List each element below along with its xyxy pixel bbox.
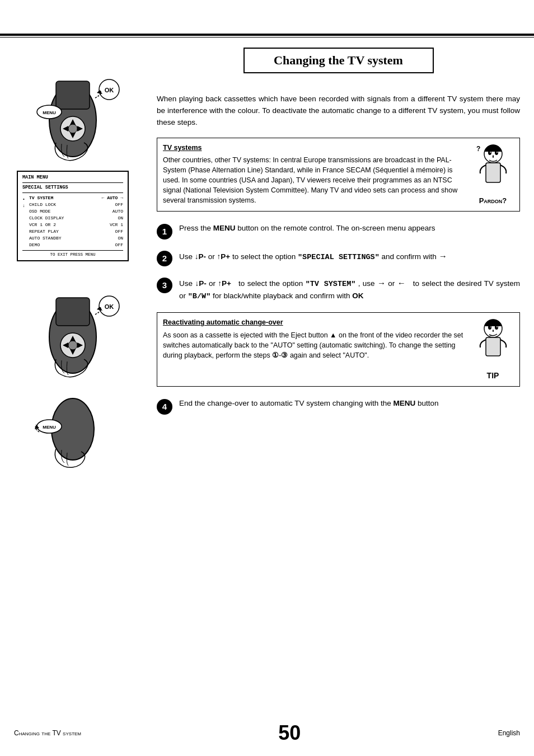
- remote-illustration-1: OK MENU: [22, 48, 123, 159]
- step-2-text: Use ↓P- or ↑P+ to select the option "SPE…: [179, 250, 520, 264]
- step-2-number: 2: [157, 251, 172, 266]
- tv-systems-text: Other countries, other TV systems: In ce…: [163, 155, 466, 206]
- svg-text:MENU: MENU: [43, 110, 56, 115]
- intro-paragraph: When playing back cassettes which have b…: [157, 93, 520, 129]
- menu-screen: MAIN MENU SPECIAL SETTINGS • ↓ TV SYSTEM…: [17, 171, 129, 261]
- tip-box: Reactivating automatic change-over As so…: [157, 312, 520, 386]
- tv-systems-box: TV systems Other countries, other TV sys…: [157, 138, 520, 212]
- step-3: 3 Use ↓P- or ↑P+ to select the option "T…: [157, 276, 520, 303]
- svg-rect-1: [56, 81, 90, 109]
- step-3-number: 3: [157, 278, 172, 293]
- step-4-number: 4: [157, 399, 172, 415]
- remote-illustration-3: MENU: [22, 390, 123, 480]
- step-4: 4 End the change-over to automatic TV sy…: [157, 398, 520, 415]
- remote-illustration-2: OK: [22, 267, 123, 379]
- menu-title-2: SPECIAL SETTINGS: [22, 185, 123, 193]
- tip-box-title: Reactivating automatic change-over: [163, 317, 466, 327]
- svg-point-31: [490, 152, 491, 153]
- tv-systems-content: TV systems Other countries, other TV sys…: [163, 143, 466, 206]
- footer-right: English: [498, 729, 520, 737]
- tip-label: TIP: [487, 370, 499, 381]
- svg-rect-14: [56, 298, 90, 326]
- footer-left: Changing the TV system: [14, 729, 81, 737]
- svg-text:OK: OK: [105, 303, 114, 310]
- svg-rect-33: [486, 163, 500, 182]
- step-1-text: Press the MENU button on the remote cont…: [179, 223, 520, 234]
- step-4-text: End the change-over to automatic TV syst…: [179, 398, 520, 410]
- tv-systems-title: TV systems: [163, 143, 466, 153]
- title-row: Changing the TV system: [157, 48, 520, 83]
- svg-point-37: [495, 325, 498, 330]
- tip-box-text: As soon as a cassette is ejected with th…: [163, 330, 466, 360]
- title-box: Changing the TV system: [243, 48, 434, 73]
- footer-page-number: 50: [278, 721, 301, 745]
- step-3-text: Use ↓P- or ↑P+ to select the option "TV …: [179, 276, 520, 303]
- right-column: Changing the TV system When playing back…: [146, 42, 534, 756]
- svg-point-11: [68, 124, 77, 133]
- svg-rect-40: [486, 337, 500, 356]
- svg-text:?: ?: [476, 145, 480, 153]
- pardon-label: Pardon?: [479, 196, 507, 206]
- left-column: OK MENU: [0, 42, 146, 756]
- svg-point-30: [495, 151, 498, 155]
- step-1-number: 1: [157, 224, 172, 240]
- step-1: 1 Press the MENU button on the remote co…: [157, 223, 520, 240]
- svg-point-22: [68, 341, 77, 350]
- svg-point-39: [496, 326, 498, 327]
- step-2: 2 Use ↓P- or ↑P+ to select the option "S…: [157, 250, 520, 266]
- page-title: Changing the TV system: [256, 53, 421, 68]
- svg-text:MENU: MENU: [43, 425, 56, 430]
- menu-footer: TO EXIT PRESS MENU: [22, 250, 123, 258]
- tip-box-content: Reactivating automatic change-over As so…: [163, 317, 466, 360]
- tip-figure: TIP: [472, 317, 514, 381]
- svg-text:OK: OK: [105, 87, 114, 93]
- top-decorative-lines: [0, 34, 534, 37]
- svg-point-32: [496, 152, 498, 153]
- svg-point-29: [488, 151, 491, 155]
- tv-systems-figure: ? Pardon?: [472, 143, 514, 206]
- menu-title-1: MAIN MENU: [22, 175, 123, 183]
- footer: Changing the TV system 50 English: [0, 721, 534, 745]
